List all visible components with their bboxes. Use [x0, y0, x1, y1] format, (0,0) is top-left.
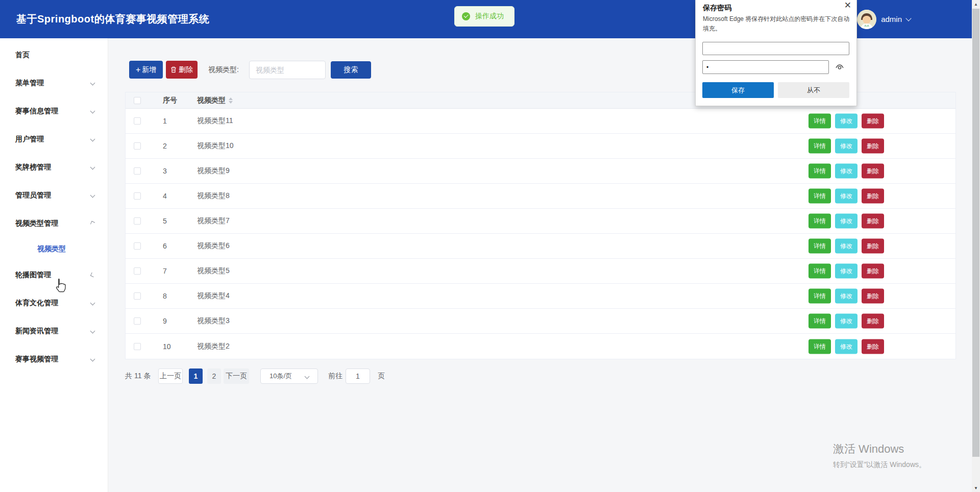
column-header-index: 序号 [163, 96, 177, 105]
sidebar-item[interactable]: 新闻资讯管理 [0, 317, 108, 345]
chevron-icon [90, 137, 95, 142]
add-button[interactable]: +新增 [129, 61, 163, 79]
row-video-type: 视频类型6 [197, 241, 230, 251]
row-actions: 详情 修改 删除 [808, 339, 884, 354]
next-page-button[interactable]: 下一页 [224, 368, 249, 384]
scroll-down-arrow-icon[interactable]: ▼ [972, 484, 980, 492]
edit-button[interactable]: 修改 [835, 139, 857, 154]
detail-button[interactable]: 详情 [808, 139, 831, 154]
edit-button[interactable]: 修改 [835, 239, 857, 254]
password-field[interactable] [702, 60, 829, 74]
detail-button[interactable]: 详情 [808, 114, 831, 129]
edit-button[interactable]: 修改 [835, 114, 857, 129]
sidebar: 首页 菜单管理 赛事信息管理 用户管理 奖牌榜管理 管理员管理 视频类型管理 [0, 38, 108, 492]
detail-button[interactable]: 详情 [808, 239, 831, 254]
detail-button[interactable]: 详情 [808, 339, 831, 354]
sidebar-item[interactable]: 菜单管理 [0, 69, 108, 97]
sidebar-item[interactable]: 轮播图管理 [0, 261, 108, 289]
sidebar-item[interactable]: 赛事信息管理 [0, 97, 108, 125]
delete-button[interactable]: 删除 [862, 264, 884, 279]
delete-button[interactable]: 删除 [862, 314, 884, 329]
delete-button[interactable]: 删除 [862, 214, 884, 229]
delete-button[interactable]: 删除 [862, 139, 884, 154]
sidebar-item-label: 用户管理 [15, 135, 44, 144]
sidebar-item-label: 赛事信息管理 [15, 107, 58, 116]
detail-button[interactable]: 详情 [808, 164, 831, 179]
table-row: 7 视频类型5 详情 修改 删除 [126, 259, 955, 284]
sidebar-item[interactable]: 用户管理 [0, 125, 108, 153]
sidebar-item-label: 管理员管理 [15, 191, 51, 200]
bulk-delete-button[interactable]: 删除 [166, 61, 198, 79]
avatar[interactable] [857, 10, 876, 29]
edit-button[interactable]: 修改 [835, 289, 857, 304]
sidebar-item-label: 视频类型管理 [15, 219, 58, 228]
delete-button[interactable]: 删除 [862, 339, 884, 354]
sidebar-item[interactable]: 奖牌榜管理 [0, 153, 108, 181]
row-checkbox[interactable] [134, 142, 141, 150]
sidebar-item[interactable]: 首页 [0, 41, 108, 69]
plus-icon: + [136, 65, 140, 75]
chevron-icon [90, 81, 95, 86]
sidebar-item[interactable]: 体育文化管理 [0, 289, 108, 317]
chevron-down-icon [305, 374, 310, 379]
edit-button[interactable]: 修改 [835, 339, 857, 354]
search-button[interactable]: 搜索 [331, 61, 371, 79]
detail-button[interactable]: 详情 [808, 264, 831, 279]
row-actions: 详情 修改 删除 [808, 239, 884, 254]
scrollbar[interactable]: ▲ ▼ [972, 0, 980, 492]
username-field[interactable] [702, 42, 849, 55]
sidebar-item[interactable]: 视频类型管理 [0, 209, 108, 237]
dialog-title: 保存密码 [703, 4, 731, 13]
detail-button[interactable]: 详情 [808, 289, 831, 304]
row-checkbox[interactable] [134, 192, 141, 200]
dialog-body-text: Microsoft Edge 将保存针对此站点的密码并在下次自动填充。 [703, 14, 850, 34]
delete-button[interactable]: 删除 [862, 164, 884, 179]
sidebar-item[interactable]: 赛事视频管理 [0, 345, 108, 373]
sidebar-item[interactable]: 管理员管理 [0, 181, 108, 209]
row-video-type: 视频类型5 [197, 266, 230, 276]
reveal-password-eye-icon[interactable] [835, 62, 845, 72]
row-checkbox[interactable] [134, 267, 141, 275]
prev-page-button[interactable]: 上一页 [158, 368, 183, 384]
scroll-up-arrow-icon[interactable]: ▲ [972, 0, 980, 8]
select-all-checkbox[interactable] [134, 97, 141, 104]
page-number-button[interactable]: 1 [189, 368, 203, 384]
edit-button[interactable]: 修改 [835, 264, 857, 279]
page-number-button[interactable]: 2 [207, 368, 221, 384]
never-save-button[interactable]: 从不 [778, 82, 849, 98]
sidebar-item-label: 赛事视频管理 [15, 355, 58, 364]
row-index: 3 [163, 167, 167, 175]
chevron-icon [90, 165, 95, 170]
row-checkbox[interactable] [134, 317, 141, 325]
delete-button[interactable]: 删除 [862, 289, 884, 304]
edit-button[interactable]: 修改 [835, 314, 857, 329]
close-icon[interactable]: ✕ [844, 1, 851, 11]
scrollbar-thumb[interactable] [972, 9, 979, 457]
row-index: 2 [163, 142, 167, 150]
table-row: 8 视频类型4 详情 修改 删除 [126, 284, 955, 309]
user-menu[interactable]: admin [857, 0, 911, 38]
success-toast: 操作成功 [454, 6, 514, 27]
detail-button[interactable]: 详情 [808, 214, 831, 229]
edit-button[interactable]: 修改 [835, 214, 857, 229]
sort-icon[interactable] [229, 97, 233, 104]
edit-button[interactable]: 修改 [835, 164, 857, 179]
row-checkbox[interactable] [134, 117, 141, 125]
sidebar-item[interactable]: 视频类型 [0, 237, 108, 261]
detail-button[interactable]: 详情 [808, 314, 831, 329]
save-password-button[interactable]: 保存 [702, 82, 774, 98]
row-checkbox[interactable] [134, 292, 141, 300]
row-checkbox[interactable] [134, 167, 141, 175]
row-checkbox[interactable] [134, 242, 141, 250]
edit-button[interactable]: 修改 [835, 189, 857, 204]
delete-button[interactable]: 删除 [862, 239, 884, 254]
video-type-filter-input[interactable] [249, 61, 326, 79]
detail-button[interactable]: 详情 [808, 189, 831, 204]
delete-button[interactable]: 删除 [862, 114, 884, 129]
goto-page-input[interactable] [346, 368, 370, 384]
row-index: 9 [163, 317, 167, 325]
row-checkbox[interactable] [134, 217, 141, 225]
row-checkbox[interactable] [134, 343, 141, 350]
delete-button[interactable]: 删除 [862, 189, 884, 204]
page-size-select[interactable]: 10条/页 [260, 368, 318, 384]
